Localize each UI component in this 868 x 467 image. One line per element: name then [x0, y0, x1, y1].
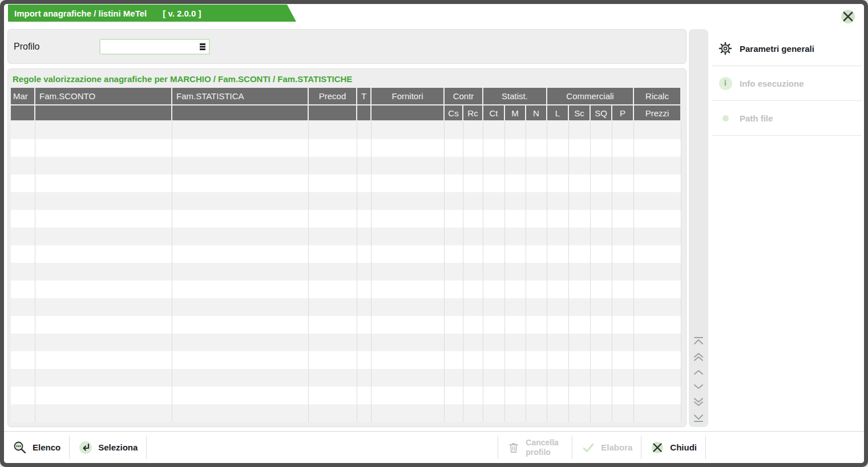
elabora-button[interactable]: Elabora — [572, 432, 641, 463]
column-header[interactable]: Precod — [309, 88, 357, 105]
table-cell — [11, 139, 35, 157]
table-cell — [569, 369, 591, 387]
column-subheader[interactable]: Ct — [483, 105, 505, 121]
column-subheader[interactable] — [172, 105, 309, 121]
table-cell — [612, 351, 634, 369]
table-cell — [11, 281, 35, 298]
column-header[interactable]: Fornitori — [372, 88, 445, 105]
table-row[interactable] — [11, 298, 681, 316]
table-scrollbar[interactable] — [689, 29, 708, 427]
scroll-to-top-icon[interactable] — [693, 336, 704, 345]
elenco-button[interactable]: Elenco — [4, 432, 69, 463]
scroll-down-icon[interactable] — [693, 383, 704, 390]
table-cell — [612, 228, 634, 245]
table-cell — [463, 210, 483, 228]
table-cell — [357, 228, 372, 245]
table-cell — [172, 316, 309, 334]
table-row[interactable] — [11, 192, 681, 210]
column-subheader[interactable]: Rc — [463, 105, 483, 121]
profile-field — [99, 39, 210, 55]
column-subheader[interactable] — [372, 105, 445, 121]
table-cell — [357, 281, 372, 298]
table-cell — [372, 334, 445, 351]
column-header[interactable]: Fam.SCONTO — [35, 88, 172, 105]
table-row[interactable] — [11, 245, 681, 263]
table-cell — [35, 121, 172, 139]
table-row[interactable] — [11, 369, 681, 387]
column-subheader[interactable] — [357, 105, 372, 121]
table-cell — [526, 245, 547, 263]
column-header[interactable]: Fam.STATISTICA — [172, 88, 309, 105]
toolbar-separator — [705, 436, 706, 459]
column-subheader[interactable]: Prezzi — [634, 105, 681, 121]
table-cell — [612, 263, 634, 281]
table-row[interactable] — [11, 281, 681, 298]
sidebar-item-parametri-generali[interactable]: Parametri generali — [712, 31, 862, 66]
table-row[interactable] — [11, 404, 681, 422]
column-subheader[interactable]: Sc — [569, 105, 591, 121]
table-cell — [372, 263, 445, 281]
column-header[interactable]: Contr — [445, 88, 483, 105]
cancella-profilo-label: Cancella profilo — [526, 438, 563, 456]
table-row[interactable] — [11, 210, 681, 228]
profile-input[interactable] — [103, 40, 196, 55]
seleziona-button[interactable]: Seleziona — [70, 432, 146, 463]
window-close-button[interactable] — [838, 7, 858, 26]
table-row[interactable] — [11, 387, 681, 404]
table-cell — [309, 210, 357, 228]
table-cell — [612, 334, 634, 351]
table-row[interactable] — [11, 157, 681, 174]
column-subheader[interactable]: Cs — [445, 105, 463, 121]
seleziona-label: Seleziona — [98, 442, 138, 452]
chiudi-button[interactable]: Chiudi — [641, 432, 705, 463]
table-cell — [505, 404, 526, 422]
table-cell — [445, 157, 463, 174]
list-menu-icon[interactable] — [199, 43, 206, 51]
column-subheader[interactable]: SQ — [591, 105, 612, 121]
table-row[interactable] — [11, 351, 681, 369]
scroll-to-bottom-icon[interactable] — [693, 414, 704, 423]
table-row[interactable] — [11, 228, 681, 245]
column-subheader[interactable]: N — [526, 105, 547, 121]
column-header[interactable]: T — [357, 88, 372, 105]
table-cell — [172, 298, 309, 316]
table-cell — [11, 192, 35, 210]
scroll-page-up-icon[interactable] — [693, 352, 704, 362]
column-subheader[interactable] — [309, 105, 357, 121]
table-cell — [172, 174, 309, 192]
column-subheader[interactable] — [35, 105, 172, 121]
table-cell — [483, 387, 505, 404]
table-cell — [11, 174, 35, 192]
sidebar-item-path-file[interactable]: Path file — [712, 101, 862, 136]
table-cell — [309, 174, 357, 192]
table-cell — [591, 369, 612, 387]
column-subheader[interactable]: L — [547, 105, 569, 121]
table-cell — [483, 139, 505, 157]
column-header[interactable]: Statist. — [483, 88, 547, 105]
table-row[interactable] — [11, 121, 681, 139]
table-cell — [569, 139, 591, 157]
table-cell — [634, 316, 681, 334]
table-row[interactable] — [11, 316, 681, 334]
column-subheader[interactable]: P — [612, 105, 634, 121]
table-row[interactable] — [11, 139, 681, 157]
cancella-profilo-button[interactable]: Cancella profilo — [498, 432, 572, 463]
table-cell — [505, 263, 526, 281]
column-header[interactable]: Commerciali — [547, 88, 634, 105]
table-cell — [309, 369, 357, 387]
column-subheader[interactable] — [11, 105, 35, 121]
column-subheader[interactable]: M — [505, 105, 526, 121]
sidebar-item-info-esecuzione[interactable]: i Info esecuzione — [712, 66, 862, 101]
table-cell — [357, 298, 372, 316]
column-header[interactable]: Ricalc — [634, 88, 681, 105]
table-cell — [357, 351, 372, 369]
table-cell — [505, 334, 526, 351]
column-header[interactable]: Mar — [11, 88, 35, 105]
scroll-up-icon[interactable] — [693, 369, 704, 376]
scroll-page-down-icon[interactable] — [693, 397, 704, 407]
table-row[interactable] — [11, 334, 681, 351]
table-row[interactable] — [11, 174, 681, 192]
table-row[interactable] — [11, 263, 681, 281]
table-cell — [309, 121, 357, 139]
table-cell — [35, 316, 172, 334]
